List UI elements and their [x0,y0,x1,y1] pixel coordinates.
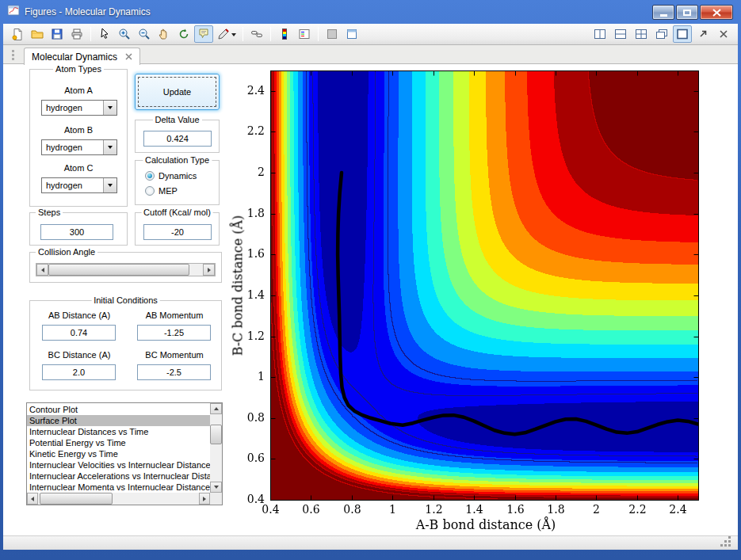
close-button[interactable] [700,5,733,20]
open-file-button[interactable] [28,25,47,43]
figure-area: Atom Types Atom A hydrogen Atom B hydrog… [3,64,738,535]
atom-b-label: Atom B [30,125,127,135]
list-item[interactable]: Potential Energy vs Time [27,437,210,448]
pan-button[interactable] [155,25,174,43]
status-strip [3,535,738,550]
minimize-button[interactable] [652,5,674,20]
maximize-button[interactable] [676,5,698,20]
print-figure-button[interactable] [67,25,86,43]
slider-right-arrow[interactable] [203,264,215,276]
delta-value-field[interactable] [143,131,212,147]
new-figure-button[interactable] [8,25,27,43]
cutoff-field[interactable] [143,224,212,240]
list-item[interactable]: Internuclear Distances vs Time [27,426,210,437]
hide-plot-tools-button[interactable] [323,25,342,43]
scroll-right-arrow[interactable] [199,493,210,505]
window-icon [7,4,20,20]
focus-rectangle [138,77,216,107]
atom-types-legend: Atom Types [53,64,104,74]
brush-data-button[interactable] [214,25,239,43]
contour-plot-canvas[interactable] [227,64,737,535]
cascade-windows-button[interactable] [652,25,671,43]
toolbar-separator [318,27,319,41]
list-item[interactable]: Internuclear Accelerations vs Internucle… [27,470,210,482]
bc-distance-field[interactable] [42,364,116,380]
window-title: Figures - Molecular Dynamics [25,6,151,17]
slider-left-arrow[interactable] [36,264,48,276]
single-window-button[interactable] [673,25,692,43]
ab-distance-field[interactable] [42,325,116,341]
atom-a-label: Atom A [30,86,127,95]
list-item[interactable]: Internuclear Velocities vs Internuclear … [27,459,210,470]
brush-dropdown-icon[interactable] [231,33,236,39]
insert-legend-button[interactable] [295,25,314,43]
plot-browser-button[interactable] [342,25,361,43]
horizontal-scroll-thumb[interactable] [40,493,113,505]
dropdown-arrow-icon[interactable] [103,178,116,192]
save-figure-button[interactable] [48,25,67,43]
dropdown-arrow-icon[interactable] [103,140,116,154]
zoom-out-button[interactable] [135,25,154,43]
tab-label: Molecular Dynamics [32,51,117,63]
link-plot-button[interactable] [247,25,266,43]
toolbar [3,24,738,45]
scroll-left-arrow[interactable] [27,493,38,505]
rotate-3d-button[interactable] [174,25,193,43]
bc-momentum-label: BC Momentum [132,350,217,360]
tile-grid-button[interactable] [632,25,651,43]
radio-icon [145,171,155,181]
close-panel-button[interactable] [714,25,733,43]
radio-dynamics[interactable]: Dynamics [145,171,197,181]
close-icon [712,9,721,17]
insert-colorbar-button[interactable] [275,25,294,43]
titlebar[interactable]: Figures - Molecular Dynamics [0,0,741,24]
update-button[interactable]: Update [135,74,220,110]
scroll-down-arrow[interactable] [210,482,222,493]
atom-a-select[interactable]: hydrogen [41,100,117,116]
steps-legend: Steps [36,208,63,218]
atom-b-select[interactable]: hydrogen [41,139,117,155]
atom-c-value: hydrogen [42,178,103,192]
data-cursor-button[interactable] [194,25,213,43]
edit-plot-button[interactable] [95,25,114,43]
tile-horizontal-button[interactable] [611,25,630,43]
radio-icon [145,186,155,196]
list-item[interactable]: Contour Plot [27,404,210,415]
atom-a-value: hydrogen [42,101,103,115]
resize-grip[interactable] [728,544,731,547]
initial-conditions-legend: Initial Conditions [91,295,160,306]
y-axis-title: B-C bond distance (Å) [231,191,244,381]
tab-close-icon[interactable] [125,53,132,60]
list-item[interactable]: Surface Plot [27,415,210,426]
cutoff-group: Cutoff (Kcal/ mol) [135,212,220,246]
zoom-in-button[interactable] [115,25,134,43]
scrollbar-corner [210,493,222,505]
ab-momentum-label: AB Momentum [132,310,217,320]
vertical-scroll-thumb[interactable] [210,425,222,444]
initial-conditions-group: Initial Conditions AB Distance (A) AB Mo… [29,300,222,390]
radio-mep[interactable]: MEP [145,186,178,196]
slider-thumb[interactable] [48,264,189,276]
dropdown-arrow-icon[interactable] [103,101,116,115]
bc-momentum-field[interactable] [137,364,211,380]
tab-molecular-dynamics[interactable]: Molecular Dynamics [24,48,140,65]
ab-momentum-field[interactable] [137,325,211,341]
plot-type-listbox[interactable]: Contour Plot Surface Plot Internuclear D… [26,402,223,505]
list-item[interactable]: Internuclear Momenta vs Internuclear Dis… [27,482,210,493]
collision-angle-slider[interactable] [36,263,216,276]
undock-button[interactable] [693,25,712,43]
listbox-vertical-scrollbar[interactable] [210,403,222,493]
atom-c-select[interactable]: hydrogen [41,177,117,193]
scroll-up-arrow[interactable] [210,403,222,414]
atom-b-value: hydrogen [42,140,103,154]
steps-group: Steps [29,212,128,246]
atom-types-group: Atom Types Atom A hydrogen Atom B hydrog… [29,69,128,207]
list-item[interactable]: Kinetic Energy vs Time [27,448,210,459]
listbox-horizontal-scrollbar[interactable] [27,493,210,505]
steps-field[interactable] [40,224,113,240]
toolbar-separator [270,27,271,41]
tile-vertical-button[interactable] [590,25,609,43]
tabbar-grip[interactable] [12,50,14,52]
toolbar-separator [90,27,91,41]
calculation-type-legend: Calculation Type [143,155,212,166]
